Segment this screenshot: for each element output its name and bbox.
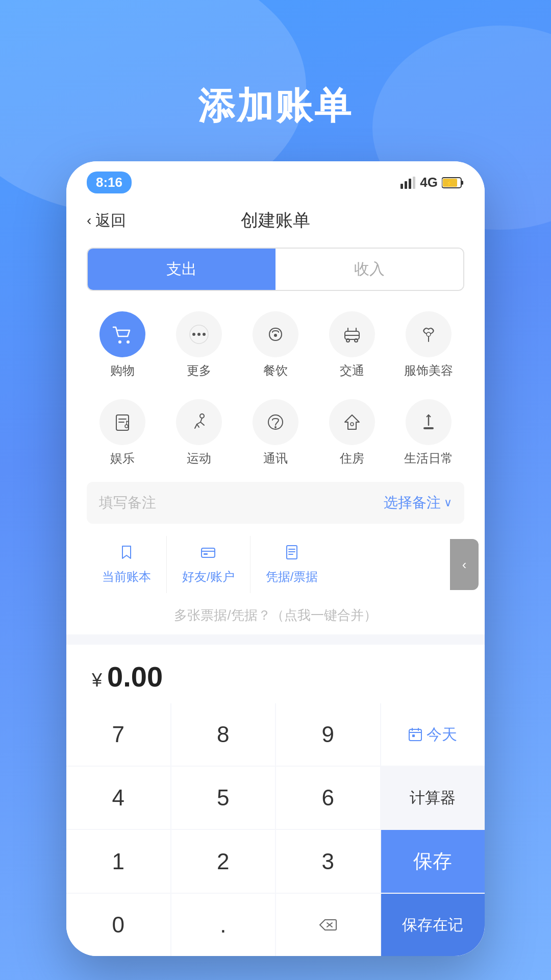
action-current-account[interactable]: 当前账本 — [87, 536, 167, 593]
svg-rect-26 — [202, 548, 215, 557]
action-row: 当前账本 好友/账户 — [87, 536, 464, 593]
category-icon-telecom — [253, 399, 298, 445]
amount-row: ¥ 0.00 — [66, 645, 485, 703]
tab-expense[interactable]: 支出 — [88, 249, 276, 290]
page-title: 添加账单 — [198, 82, 353, 131]
header-title: 创建账单 — [241, 209, 310, 232]
key-6[interactable]: 6 — [276, 767, 380, 829]
key-9[interactable]: 9 — [276, 703, 380, 766]
merge-tickets-label: 多张票据/凭据？（点我一键合并） — [174, 607, 377, 623]
sports-icon — [188, 411, 210, 433]
key-4[interactable]: 4 — [66, 767, 170, 829]
category-item-telecom[interactable]: 通讯 — [240, 394, 311, 472]
svg-rect-3 — [413, 177, 415, 189]
category-item-fashion[interactable]: 服饰美容 — [393, 306, 464, 384]
key-8[interactable]: 8 — [171, 703, 276, 766]
category-item-housing[interactable]: 住房 — [316, 394, 388, 472]
transport-icon — [341, 323, 363, 346]
category-item-entertainment[interactable]: 娱乐 — [87, 394, 158, 472]
category-label-daily: 生活日常 — [404, 450, 453, 467]
numpad: 7 8 9 今天 4 5 6 计算器 1 2 3 保存 0 . — [66, 703, 485, 956]
back-chevron-icon: ‹ — [87, 212, 91, 229]
category-item-sports[interactable]: 运动 — [163, 394, 235, 472]
tab-income[interactable]: 收入 — [276, 249, 463, 290]
collapse-handle[interactable]: ‹ — [450, 539, 479, 590]
action-friend-account[interactable]: 好友/账户 — [167, 536, 251, 593]
action-voucher[interactable]: 凭据/票据 — [251, 536, 334, 593]
daily-icon — [417, 411, 440, 433]
category-label-entertainment: 娱乐 — [110, 450, 135, 467]
category-icon-daily — [406, 399, 452, 445]
category-icon-more — [176, 311, 222, 357]
section-divider — [66, 634, 485, 645]
today-label: 今天 — [427, 724, 457, 745]
collapse-icon: ‹ — [462, 557, 467, 573]
status-icons: 4G ⚡ — [400, 175, 464, 190]
current-account-label: 当前账本 — [102, 569, 151, 585]
back-button[interactable]: ‹ 返回 — [87, 210, 126, 231]
svg-point-10 — [192, 333, 195, 336]
category-item-more[interactable]: 更多 — [163, 306, 235, 384]
svg-point-8 — [118, 340, 121, 344]
key-5[interactable]: 5 — [171, 767, 276, 829]
svg-rect-2 — [409, 179, 411, 189]
svg-rect-0 — [400, 184, 403, 189]
key-dot[interactable]: . — [171, 894, 276, 956]
svg-point-11 — [197, 333, 201, 336]
entertainment-icon — [111, 411, 134, 433]
receipt-icon — [284, 544, 300, 565]
category-item-daily[interactable]: 生活日常 — [393, 394, 464, 472]
category-label-sports: 运动 — [187, 450, 211, 467]
flower-icon — [417, 323, 440, 346]
svg-rect-29 — [409, 729, 421, 741]
key-7[interactable]: 7 — [66, 703, 170, 766]
svg-point-24 — [350, 423, 354, 426]
key-calculator[interactable]: 计算器 — [381, 767, 485, 829]
category-label-more: 更多 — [187, 362, 211, 379]
category-item-transport[interactable]: 交通 — [316, 306, 388, 384]
status-bar: 8:16 4G ⚡ — [66, 161, 485, 199]
key-2[interactable]: 2 — [171, 830, 276, 893]
currency-symbol: ¥ — [92, 670, 102, 691]
category-grid-row1: 购物 更多 — [87, 306, 464, 384]
svg-point-18 — [427, 332, 431, 336]
food-icon — [264, 323, 287, 346]
svg-point-16 — [346, 339, 349, 342]
key-1[interactable]: 1 — [66, 830, 170, 893]
delete-icon — [319, 918, 337, 932]
cart-icon — [111, 323, 134, 346]
battery-icon: ⚡ — [442, 177, 464, 189]
key-save-record[interactable]: 保存在记 — [381, 894, 485, 956]
svg-rect-28 — [287, 546, 297, 559]
merge-tickets-row[interactable]: 多张票据/凭据？（点我一键合并） — [87, 601, 464, 634]
svg-rect-30 — [412, 734, 415, 737]
category-icon-food — [253, 311, 298, 357]
category-item-shopping[interactable]: 购物 — [87, 306, 158, 384]
main-content: 支出 收入 购物 — [66, 248, 485, 634]
key-delete[interactable] — [276, 894, 380, 956]
svg-point-20 — [125, 425, 128, 428]
category-item-food[interactable]: 餐饮 — [240, 306, 311, 384]
note-placeholder[interactable]: 填写备注 — [99, 493, 156, 512]
bookmark-icon — [118, 544, 135, 565]
more-icon — [188, 323, 210, 346]
svg-point-12 — [203, 333, 206, 336]
category-label-shopping: 购物 — [110, 362, 135, 379]
key-save[interactable]: 保存 — [381, 830, 485, 893]
calculator-label: 计算器 — [410, 788, 456, 808]
category-label-telecom: 通讯 — [263, 450, 288, 467]
app-header: ‹ 返回 创建账单 — [66, 199, 485, 248]
card-icon — [200, 544, 216, 565]
key-3[interactable]: 3 — [276, 830, 380, 893]
key-today[interactable]: 今天 — [381, 703, 485, 766]
select-note-btn[interactable]: 选择备注 ∨ — [384, 493, 452, 512]
note-row: 填写备注 选择备注 ∨ — [87, 482, 464, 524]
svg-rect-27 — [204, 553, 208, 555]
category-icon-sports — [176, 399, 222, 445]
key-0[interactable]: 0 — [66, 894, 170, 956]
svg-text:⚡: ⚡ — [446, 180, 453, 187]
svg-point-21 — [200, 414, 204, 418]
calendar-icon — [408, 727, 422, 742]
signal-icon — [400, 177, 416, 189]
svg-rect-25 — [423, 427, 434, 429]
